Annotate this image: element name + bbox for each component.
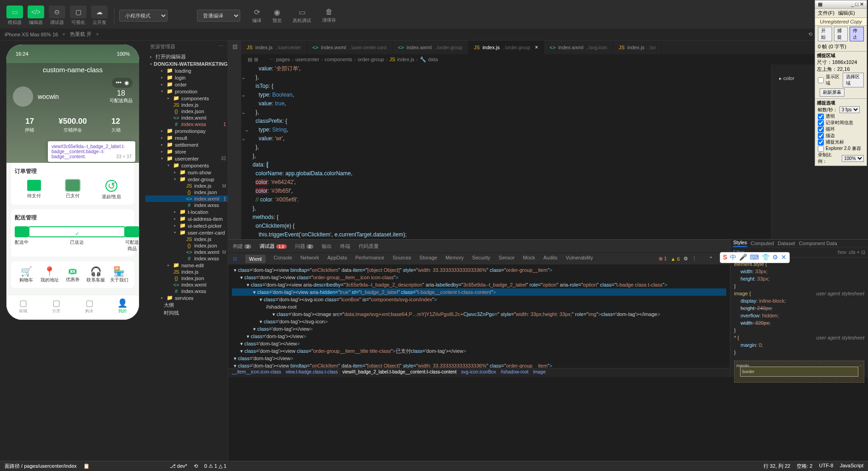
support[interactable]: 🎧联系客服 [84,266,107,283]
tree-时间线[interactable]: 时间线 [145,309,228,317]
page-title: custom-name-class [13,66,133,74]
coupon[interactable]: 🎟优惠券 [61,266,84,283]
tree-index.wxss[interactable]: #index.wxss [145,288,228,294]
tab-index.wxml[interactable]: <> index.wxml ..\user-center-card [307,40,393,54]
debugger-button[interactable]: ⊙ [49,6,65,18]
error-count[interactable]: ⊗ 1 [659,256,667,262]
tree-index.js[interactable]: JSindex.js [145,269,228,275]
tab-mall[interactable]: ▢商城 [6,295,40,320]
preview-icon[interactable]: ◉ [274,8,280,17]
about[interactable]: 🏪关于我们 [108,266,131,283]
tree-store[interactable]: ▸📁store [145,148,228,155]
tree-index.wxss[interactable]: #index.wxss [145,202,228,208]
tree-index.json[interactable]: {}index.json [145,275,228,281]
tab-buy[interactable]: ▢购水 [73,295,106,320]
settings-icon[interactable]: ⚙ [683,256,688,262]
capsule[interactable]: •••◉ [112,78,133,88]
tab-index.wxml[interactable]: <> index.wxml ..\svg-icon [544,40,613,54]
tree-index.json[interactable]: {}index.json [145,189,228,195]
tree-promotionpay[interactable]: ▸📁promotionpay [145,127,228,134]
visual-button[interactable]: ▢ [70,6,87,18]
tab-index.wxml[interactable]: <> index.wxml ..\order-group [393,40,469,54]
tree-components[interactable]: ▾📁components [145,162,228,169]
remote-debug-icon[interactable]: ▭ [299,8,306,17]
address[interactable]: 📍我的地址 [38,266,61,283]
order-paid[interactable]: 已支付 [53,180,92,200]
tab-index.js[interactable]: JS index.js ..\usercenter [241,40,307,54]
tree-services[interactable]: ▸📁services [145,294,228,301]
tree-login[interactable]: ▸📁login [145,74,228,81]
styles-tab[interactable]: Styles [733,240,747,247]
page-path[interactable]: 面路径 / pages/usercenter/index [5,463,77,470]
user-name: wocwin [38,93,59,100]
device-name[interactable]: iPhone XS Max 85% 16 [5,32,58,37]
code-editor[interactable]: ⌄ ⌄ ⌄ ⌄ ⌄ value: '全部订单', }, isTop: { typ… [241,64,771,239]
main-toolbar: ▭模拟器 </>编辑器 ⊙调试器 ▢可视化 ☁云开发 小程序模式 普通编译 ⟳编… [0,3,868,29]
tab-index.js[interactable]: JS index.js ..\sv [613,40,661,54]
tree-usercenter[interactable]: ▾📁usercenter32 [145,155,228,162]
tree-settlement[interactable]: ▸📁settlement [145,141,228,148]
dom-crumb: __item__icon.icon-classview.t-badge.clas… [228,368,730,377]
computed-tab[interactable]: Computed [751,241,774,246]
compdata-tab[interactable]: Component Data [799,241,837,246]
inspect-icon[interactable]: ⊡ [233,256,237,262]
tree-num-show[interactable]: ▸📁num-show [145,169,228,176]
tree-components[interactable]: ▸📁components [145,95,228,102]
tree-index.js[interactable]: JSindex.js [145,102,228,108]
cap-capture[interactable]: 捕捉 [834,27,848,41]
sidebar-files-icon[interactable]: ▤ [232,43,237,50]
explorer-more-icon[interactable]: ⋯ [218,43,223,50]
tree-index.wxml[interactable]: <>index.wxml [145,281,228,288]
tab-me[interactable]: 👤我的 [106,295,139,320]
tree-index.json[interactable]: {}index.json [145,108,228,115]
breadcrumb: ▤⊞ ⋯ pages› usercenter› components› orde… [241,54,868,64]
dom-tree[interactable]: ▾ class='dom-tag'><view bindtap="onClick… [228,264,730,368]
tree-loading[interactable]: ▸📁loading [145,67,228,74]
tree-order[interactable]: ▸📁order [145,81,228,88]
order-refund[interactable]: ↺退款/售后 [92,180,131,200]
compile-icon[interactable]: ⟳ [254,8,260,17]
capture-tool[interactable]: ▦_ □ ✕ 文件(F)编辑(E) Unregistered Copy 开始 捕… [815,0,867,166]
cap-start[interactable]: 开始 [818,27,832,41]
delivery-goods[interactable]: 可配送商品 [125,226,139,252]
delivery-ing[interactable]: 配送中 [15,226,29,252]
tree-index.wxml[interactable]: <>index.wxmlM [145,249,228,255]
cloud-button[interactable]: ☁ [91,6,108,18]
tree-index.js[interactable]: JSindex.js [145,236,228,242]
tree-promotion[interactable]: ▾📁promotion [145,88,228,95]
tree-name-edit[interactable]: ▸📁name-edit [145,262,228,269]
editor-button[interactable]: </> [28,6,44,18]
tree-index.js[interactable]: JSindex.jsM [145,183,228,189]
tab-category[interactable]: ▢分类 [40,295,73,320]
tree-大纲[interactable]: 大纲 [145,301,228,309]
open-editors[interactable]: ▸打开的编辑器 [145,53,228,61]
tree-result[interactable]: ▸📁result [145,134,228,141]
tree-index.wxss[interactable]: #index.wxss [145,255,228,262]
tree-index.json[interactable]: {}index.json [145,242,228,249]
tree-ui-select-picker[interactable]: ▸📁ui-select-picker [145,222,228,229]
clear-cache-icon[interactable]: 🗑 [325,8,333,16]
compile-select[interactable]: 普通编译 [197,10,240,22]
tree-ui-address-item[interactable]: ▸📁ui-address-item [145,215,228,222]
hot-reload[interactable]: 热重载 开 [70,31,92,38]
cart[interactable]: 🛒购物车 [15,266,38,283]
collapse-icon[interactable]: ⌃ [709,256,713,262]
tab-index.js[interactable]: JS index.js ..\order-group× [469,40,544,54]
tree-index.wxml[interactable]: <>index.wxml [145,115,228,121]
ime-toolbar[interactable]: S中🎤⌨👕⚙✕ [720,252,790,263]
mode-select[interactable]: 小程序模式 [119,10,168,22]
tree-user-center-card[interactable]: ▾📁user-center-card [145,229,228,236]
more-icon[interactable]: ⋮ [692,256,697,262]
order-pending[interactable]: 待支付 [15,180,53,200]
tree-index.wxml[interactable]: <>index.wxml1 [145,195,228,202]
root-folder[interactable]: ▾DONGXIN-WATERMARKETING-MINI... [145,61,228,67]
avatar[interactable] [13,86,33,107]
tree-index.wxss[interactable]: #index.wxss1 [145,121,228,127]
dataset-tab[interactable]: Dataset [778,241,795,246]
simulator-button[interactable]: ▭ [6,6,23,18]
warn-count[interactable]: ▲ 6 [671,256,680,262]
delivery-done[interactable]: ✓已送达 [29,226,125,252]
tree-t-location[interactable]: ▸📁t-location [145,208,228,215]
cap-stop[interactable]: 停止 [850,27,864,41]
tree-order-group[interactable]: ▾📁order-group [145,176,228,183]
